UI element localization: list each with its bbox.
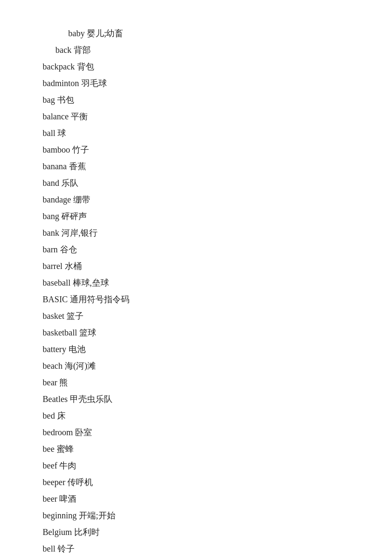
list-item: bee 蜜蜂 xyxy=(43,441,358,457)
list-item: backpack 背包 xyxy=(43,59,358,75)
list-item: baseball 棒球,垒球 xyxy=(43,275,358,291)
list-item: beeper 传呼机 xyxy=(43,474,358,490)
list-item: barn 谷仓 xyxy=(43,242,358,257)
list-item: bell 铃子 xyxy=(43,541,358,555)
list-item: Beatles 甲壳虫乐队 xyxy=(43,391,358,407)
list-item: bank 河岸,银行 xyxy=(43,225,358,241)
list-item: beginning 开端;开始 xyxy=(43,508,358,523)
list-item: beach 海(河)滩 xyxy=(43,358,358,374)
list-item: baby 婴儿;幼畜 xyxy=(43,26,358,41)
list-item: bamboo 竹子 xyxy=(43,142,358,158)
list-item: bear 熊 xyxy=(43,375,358,390)
list-item: bedroom 卧室 xyxy=(43,425,358,440)
list-item: badminton 羽毛球 xyxy=(43,75,358,91)
list-item: bed 床 xyxy=(43,408,358,424)
list-item: banana 香蕉 xyxy=(43,159,358,174)
list-item: bang 砰砰声 xyxy=(43,208,358,224)
list-item: beef 牛肉 xyxy=(43,458,358,474)
list-item: battery 电池 xyxy=(43,341,358,357)
list-item: basketball 篮球 xyxy=(43,325,358,341)
list-item: bag 书包 xyxy=(43,92,358,108)
list-item: back 背部 xyxy=(43,42,358,58)
list-item: ball 球 xyxy=(43,125,358,141)
list-item: basket 篮子 xyxy=(43,308,358,324)
list-item: balance 平衡 xyxy=(43,109,358,124)
list-item: bandage 绷带 xyxy=(43,192,358,208)
list-item: band 乐队 xyxy=(43,175,358,191)
list-item: barrel 水桶 xyxy=(43,258,358,274)
list-item: Belgium 比利时 xyxy=(43,524,358,540)
list-item: beer 啤酒 xyxy=(43,491,358,507)
list-item: BASIC 通用符号指令码 xyxy=(43,292,358,307)
main-content: baby 婴儿;幼畜back 背部backpack 背包badminton 羽毛… xyxy=(0,0,392,555)
